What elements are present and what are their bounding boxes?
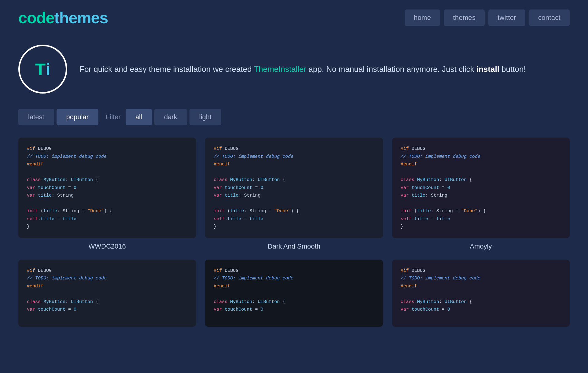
nav-themes[interactable]: themes (444, 9, 485, 26)
filter-all[interactable]: all (126, 109, 152, 125)
theme-installer-link[interactable]: ThemeInstaller (254, 65, 306, 74)
filter-dark[interactable]: dark (154, 109, 187, 125)
theme-name-1: WWDC2016 (89, 242, 126, 250)
hero-text-end: button! (499, 65, 526, 74)
theme-card-4[interactable]: #if DEBUG // TODO: implement debug code … (18, 260, 196, 331)
code-preview-5: #if DEBUG // TODO: implement debug code … (205, 260, 383, 327)
theme-card-wwdc2016[interactable]: #if DEBUG // TODO: implement debug code … (18, 138, 196, 250)
theme-grid: #if DEBUG // TODO: implement debug code … (0, 138, 588, 349)
filter-light[interactable]: light (189, 109, 221, 125)
theme-card-amoyly[interactable]: #if DEBUG // TODO: implement debug code … (392, 138, 570, 250)
filter-bar: latest popular Filter all dark light (0, 109, 588, 138)
code-preview-6: #if DEBUG // TODO: implement debug code … (392, 260, 570, 327)
nav-twitter[interactable]: twitter (488, 9, 525, 26)
hero-text: For quick and easy theme installation we… (79, 63, 526, 75)
logo: codethemes (18, 9, 108, 27)
theme-card-5[interactable]: #if DEBUG // TODO: implement debug code … (205, 260, 383, 331)
code-preview-4: #if DEBUG // TODO: implement debug code … (18, 260, 196, 327)
ti-letter-t: T (35, 59, 46, 79)
theme-card-dark-smooth[interactable]: #if DEBUG // TODO: implement debug code … (205, 138, 383, 250)
code-preview-1: #if DEBUG // TODO: implement debug code … (18, 138, 196, 238)
filter-latest[interactable]: latest (18, 109, 54, 125)
ti-letter-i: i (46, 59, 50, 79)
hero-text-after: app. No manual installation anymore. Jus… (306, 65, 476, 74)
code-preview-2: #if DEBUG // TODO: implement debug code … (205, 138, 383, 238)
hero-bold: install (476, 65, 499, 74)
header: codethemes home themes twitter contact (0, 0, 588, 35)
nav: home themes twitter contact (405, 9, 570, 26)
code-preview-3: #if DEBUG // TODO: implement debug code … (392, 138, 570, 238)
theme-card-6[interactable]: #if DEBUG // TODO: implement debug code … (392, 260, 570, 331)
logo-themes: themes (54, 9, 108, 27)
hero-text-before: For quick and easy theme installation we… (79, 65, 254, 74)
hero-section: Ti For quick and easy theme installation… (0, 35, 588, 109)
ti-logo: Ti (18, 45, 67, 94)
logo-code: code (18, 9, 54, 27)
filter-label: Filter (106, 113, 121, 121)
nav-contact[interactable]: contact (529, 9, 570, 26)
theme-name-3: Amoyly (470, 242, 492, 250)
theme-name-2: Dark And Smooth (268, 242, 320, 250)
nav-home[interactable]: home (405, 9, 440, 26)
filter-popular[interactable]: popular (57, 109, 98, 125)
